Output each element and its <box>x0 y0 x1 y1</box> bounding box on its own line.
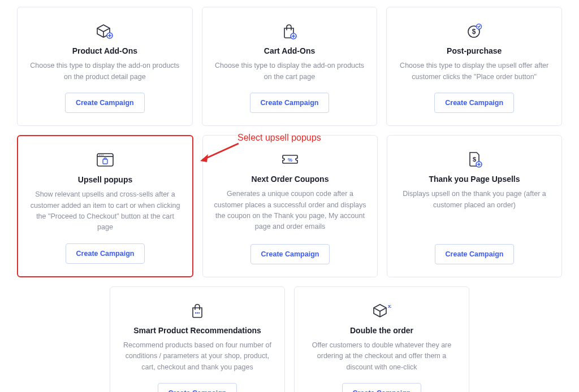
svg-text:x2: x2 <box>388 303 391 309</box>
card-title: Cart Add-Ons <box>264 46 315 56</box>
dollar-check-icon: $ <box>465 22 484 40</box>
create-campaign-button[interactable]: Create Campaign <box>434 93 514 113</box>
card-desc: Choose this type to display the upsell o… <box>397 60 551 82</box>
card-cart-add-ons: Cart Add-Ons Choose this type to display… <box>202 7 378 126</box>
svg-text:$: $ <box>472 28 476 36</box>
card-title: Upsell popups <box>78 175 132 185</box>
box-x2-icon: x2 <box>372 302 391 320</box>
create-campaign-button[interactable]: Create Campaign <box>435 244 515 264</box>
card-title: Double the order <box>350 325 413 336</box>
create-campaign-button[interactable]: Create Campaign <box>66 243 145 264</box>
svg-point-15 <box>195 312 196 313</box>
create-campaign-button[interactable]: Create Campaign <box>158 383 237 392</box>
bag-dots-icon <box>188 302 207 320</box>
card-desc: Generates a unique coupon code after a c… <box>213 189 367 233</box>
coupon-icon: % <box>280 150 300 168</box>
card-title: Product Add-Ons <box>72 46 137 56</box>
card-next-order-coupons: % Next Order Coupons Generates a unique … <box>202 135 378 277</box>
create-campaign-button[interactable]: Create Campaign <box>250 244 330 264</box>
svg-rect-10 <box>103 159 107 164</box>
card-desc: Show relevant upsells and cross-sells af… <box>28 189 182 233</box>
card-title: Thank you Page Upsells <box>429 174 520 184</box>
create-campaign-button[interactable]: Create Campaign <box>250 93 330 113</box>
card-double-the-order: x2 Double the order Offer customers to d… <box>294 286 469 392</box>
box-plus-icon <box>95 22 114 40</box>
create-campaign-button[interactable]: Create Campaign <box>342 383 422 392</box>
card-upsell-popups: Upsell popups Show relevant upsells and … <box>17 135 193 277</box>
card-title: Next Order Coupons <box>252 174 329 184</box>
card-title: Smart Product Recommendations <box>133 325 261 336</box>
svg-point-16 <box>197 312 198 313</box>
svg-text:$: $ <box>473 156 476 163</box>
bag-plus-icon <box>280 22 299 40</box>
svg-point-8 <box>101 155 102 156</box>
card-title: Post-purchase <box>447 46 502 56</box>
page-dollar-plus-icon: $ <box>465 150 484 168</box>
card-post-purchase: $ Post-purchase Choose this type to disp… <box>386 7 562 126</box>
card-desc: Recommend products based on four number … <box>120 340 274 373</box>
card-desc: Choose this type to display the add-on p… <box>28 60 182 82</box>
card-desc: Choose this type to display the add-on p… <box>213 60 367 82</box>
svg-text:%: % <box>288 156 292 162</box>
svg-rect-5 <box>97 154 113 166</box>
card-desc: Offer customers to double whatever they … <box>305 340 459 373</box>
card-product-add-ons: Product Add-Ons Choose this type to disp… <box>17 7 193 126</box>
card-thank-you-page-upsells: $ Thank you Page Upsells Displays upsell… <box>387 135 562 277</box>
svg-point-7 <box>99 155 100 156</box>
popup-bag-icon <box>96 151 115 169</box>
card-desc: Displays upsell on the thank you page (a… <box>397 189 551 211</box>
card-smart-product-recommendations: Smart Product Recommendations Recommend … <box>110 286 285 392</box>
svg-point-17 <box>198 312 200 313</box>
svg-point-9 <box>102 155 103 156</box>
create-campaign-button[interactable]: Create Campaign <box>65 93 145 113</box>
